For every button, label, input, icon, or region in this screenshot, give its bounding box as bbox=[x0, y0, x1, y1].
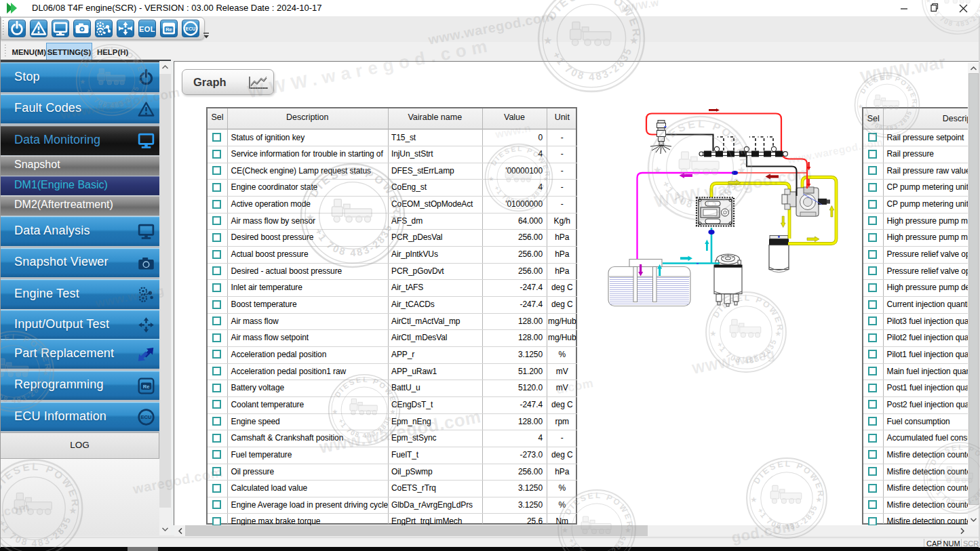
svg-text:ECU: ECU bbox=[186, 26, 196, 31]
svg-text:Re: Re bbox=[165, 26, 172, 33]
svg-text:EOL: EOL bbox=[139, 25, 155, 33]
svg-text:Re: Re bbox=[143, 384, 150, 390]
svg-text:ECU: ECU bbox=[140, 414, 152, 420]
